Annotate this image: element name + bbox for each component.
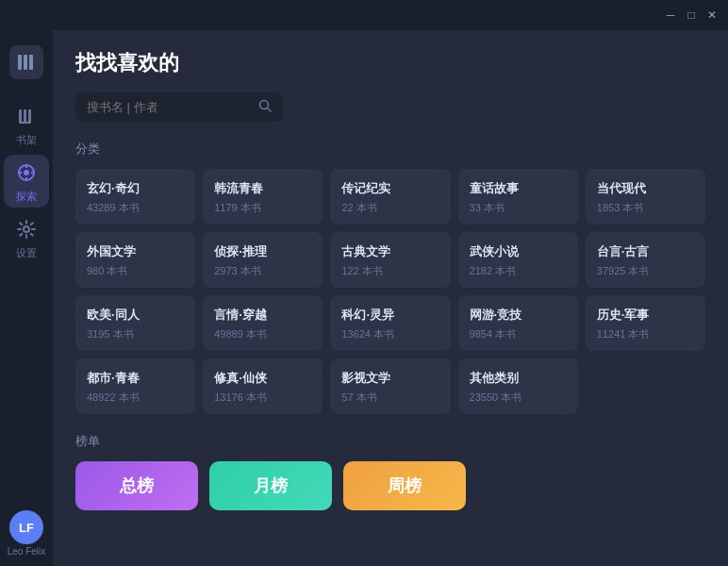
category-count: 1853 本书 [597, 201, 694, 215]
explore-icon [16, 162, 37, 188]
search-bar[interactable] [75, 92, 283, 122]
category-card[interactable]: 侦探·推理2973 本书 [203, 232, 323, 288]
category-name: 童话故事 [470, 180, 567, 197]
category-card[interactable]: 言情·穿越49889 本书 [203, 295, 323, 351]
category-card[interactable]: 玄幻·奇幻43289 本书 [75, 169, 195, 225]
category-name: 言情·穿越 [214, 307, 311, 324]
svg-rect-6 [19, 122, 31, 124]
category-card[interactable]: 台言·古言37925 本书 [586, 232, 705, 288]
category-count: 2182 本书 [470, 264, 567, 278]
category-count: 57 本书 [341, 391, 438, 405]
category-card[interactable]: 历史·军事11241 本书 [586, 295, 705, 351]
user-name: Leo Felix [8, 546, 46, 557]
search-icon[interactable] [258, 99, 272, 115]
category-card[interactable]: 网游·竞技9854 本书 [458, 295, 578, 351]
close-button[interactable]: ✕ [705, 8, 719, 22]
sidebar-item-bookshelf-label: 书架 [16, 133, 37, 147]
maximize-button[interactable]: □ [685, 8, 698, 22]
category-card[interactable]: 传记纪实22 本书 [330, 169, 450, 225]
category-count: 2973 本书 [214, 264, 311, 278]
ranking-btn-total[interactable]: 总榜 [75, 461, 198, 510]
svg-point-13 [24, 226, 29, 232]
bookshelf-icon [16, 106, 37, 131]
category-name: 历史·军事 [597, 307, 694, 324]
category-name: 武侠小说 [470, 243, 567, 260]
category-name: 其他类别 [470, 370, 567, 387]
category-name: 科幻·灵异 [341, 307, 438, 324]
category-card[interactable]: 都市·青春48922 本书 [75, 358, 195, 414]
category-name: 修真·仙侠 [214, 370, 311, 387]
ranking-btn-weekly[interactable]: 周榜 [343, 461, 466, 510]
category-name: 侦探·推理 [214, 243, 311, 260]
category-card[interactable]: 童话故事33 本书 [458, 169, 578, 225]
category-count: 1179 本书 [214, 201, 311, 215]
category-card[interactable]: 当代现代1853 本书 [586, 169, 705, 225]
search-input[interactable] [87, 100, 258, 114]
minimize-button[interactable]: ─ [664, 8, 677, 22]
app-logo [9, 45, 43, 79]
category-name: 台言·古言 [597, 243, 694, 260]
sidebar-item-explore[interactable]: 探索 [4, 155, 49, 208]
settings-icon [16, 219, 37, 244]
svg-rect-4 [24, 109, 26, 123]
category-name: 传记纪实 [341, 180, 438, 197]
category-section-label: 分类 [75, 141, 705, 158]
category-name: 都市·青春 [87, 370, 184, 387]
sidebar-nav: 书架 探索 [4, 98, 49, 510]
main-content: 找找喜欢的 分类 玄幻·奇幻43289 本书韩流青春1179 本书传记纪实22 … [53, 30, 728, 566]
category-name: 影视文学 [341, 370, 438, 387]
sidebar: 书架 探索 [0, 30, 53, 566]
category-card[interactable]: 其他类别23550 本书 [458, 358, 578, 414]
category-name: 欧美·同人 [87, 307, 184, 324]
category-count: 11241 本书 [597, 327, 694, 341]
svg-rect-5 [28, 109, 31, 123]
svg-rect-2 [29, 55, 33, 70]
category-grid: 玄幻·奇幻43289 本书韩流青春1179 本书传记纪实22 本书童话故事33 … [75, 169, 705, 414]
svg-rect-0 [18, 55, 22, 70]
category-count: 9854 本书 [470, 327, 567, 341]
category-name: 玄幻·奇幻 [87, 180, 184, 197]
category-card[interactable]: 修真·仙侠13176 本书 [203, 358, 323, 414]
sidebar-item-settings-label: 设置 [16, 246, 37, 260]
category-count: 3195 本书 [87, 327, 184, 341]
svg-line-15 [268, 108, 272, 112]
svg-point-8 [24, 170, 29, 175]
category-count: 13176 本书 [214, 391, 311, 405]
category-card[interactable]: 科幻·灵异13624 本书 [330, 295, 450, 351]
category-count: 33 本书 [470, 201, 567, 215]
ranking-section-label: 榜单 [75, 433, 705, 450]
ranking-buttons: 总榜月榜周榜 [75, 461, 705, 510]
sidebar-user: LF Leo Felix [8, 510, 46, 566]
category-count: 23550 本书 [470, 391, 567, 405]
category-card[interactable]: 古典文学122 本书 [330, 232, 450, 288]
svg-rect-1 [24, 55, 27, 70]
ranking-btn-monthly[interactable]: 月榜 [209, 461, 332, 510]
category-card[interactable]: 影视文学57 本书 [330, 358, 450, 414]
category-card[interactable]: 武侠小说2182 本书 [458, 232, 578, 288]
category-card[interactable]: 外国文学980 本书 [75, 232, 195, 288]
page-title: 找找喜欢的 [75, 49, 705, 77]
category-count: 22 本书 [341, 201, 438, 215]
category-name: 韩流青春 [214, 180, 311, 197]
category-count: 37925 本书 [597, 264, 694, 278]
titlebar: ─ □ ✕ [0, 0, 728, 30]
category-name: 古典文学 [341, 243, 438, 260]
ranking-section: 榜单 总榜月榜周榜 [75, 433, 705, 510]
category-count: 48922 本书 [87, 391, 184, 405]
category-name: 外国文学 [87, 243, 184, 260]
category-card[interactable]: 韩流青春1179 本书 [203, 169, 323, 225]
sidebar-item-explore-label: 探索 [16, 190, 37, 204]
category-name: 当代现代 [597, 180, 694, 197]
category-count: 49889 本书 [214, 327, 311, 341]
sidebar-item-settings[interactable]: 设置 [4, 211, 49, 264]
category-count: 122 本书 [341, 264, 438, 278]
svg-rect-3 [19, 109, 22, 123]
category-count: 13624 本书 [341, 327, 438, 341]
category-card[interactable]: 欧美·同人3195 本书 [75, 295, 195, 351]
category-count: 43289 本书 [87, 201, 184, 215]
category-name: 网游·竞技 [470, 307, 567, 324]
avatar[interactable]: LF [9, 510, 43, 544]
category-count: 980 本书 [87, 264, 184, 278]
sidebar-item-bookshelf[interactable]: 书架 [4, 98, 49, 151]
